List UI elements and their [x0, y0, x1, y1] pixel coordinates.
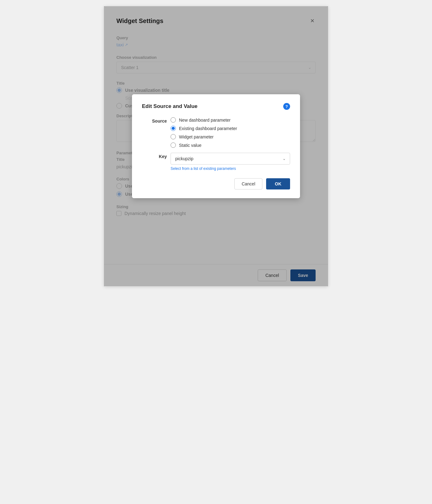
- radio-existing-label: Existing dashboard parameter: [179, 126, 237, 131]
- radio-new-dashboard[interactable]: [171, 117, 176, 123]
- radio-static-value[interactable]: [171, 142, 176, 148]
- overlay: Edit Source and Value ? Source New dashb…: [104, 6, 328, 286]
- inner-modal-title: Edit Source and Value: [142, 103, 198, 110]
- key-select-wrapper: pickupzip ⌄: [171, 153, 290, 165]
- key-section: pickupzip ⌄ Select from a list of existi…: [171, 153, 290, 171]
- radio-existing-dashboard[interactable]: [171, 126, 176, 131]
- key-hint: Select from a list of existing parameter…: [171, 166, 290, 171]
- radio-widget-row[interactable]: Widget parameter: [171, 134, 290, 139]
- inner-cancel-button[interactable]: Cancel: [234, 178, 262, 189]
- radio-widget-param[interactable]: [171, 134, 176, 139]
- inner-modal-header: Edit Source and Value ?: [142, 103, 290, 110]
- inner-ok-button[interactable]: OK: [266, 178, 290, 189]
- radio-existing-row[interactable]: Existing dashboard parameter: [171, 126, 290, 131]
- source-radio-group: New dashboard parameter Existing dashboa…: [171, 117, 290, 148]
- radio-static-label: Static value: [179, 143, 201, 148]
- widget-settings-modal: Widget Settings × Query taxi ↗ Choose vi…: [104, 6, 328, 286]
- radio-new-label: New dashboard parameter: [179, 118, 231, 123]
- key-select[interactable]: pickupzip: [171, 153, 290, 165]
- inner-modal-footer: Cancel OK: [142, 178, 290, 189]
- source-label: Source: [142, 117, 167, 124]
- radio-static-row[interactable]: Static value: [171, 142, 290, 148]
- help-icon[interactable]: ?: [283, 103, 290, 110]
- inner-modal: Edit Source and Value ? Source New dashb…: [132, 94, 300, 198]
- key-label: Key: [142, 153, 167, 159]
- inner-modal-grid: Source New dashboard parameter Existing …: [142, 117, 290, 171]
- radio-widget-label: Widget parameter: [179, 134, 214, 139]
- radio-new-row[interactable]: New dashboard parameter: [171, 117, 290, 123]
